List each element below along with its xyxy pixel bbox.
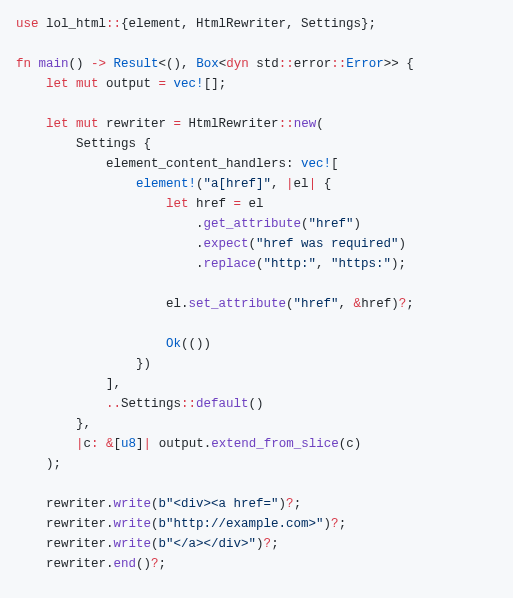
tok: ,: [271, 177, 286, 191]
tok: [69, 117, 77, 131]
tok: (): [249, 397, 264, 411]
tok: b"http://example.com>": [159, 517, 324, 531]
tok: ?: [286, 497, 294, 511]
tok: ..: [106, 397, 121, 411]
tok: mut: [76, 117, 99, 131]
tok: (: [256, 257, 264, 271]
tok: ::: [106, 17, 121, 31]
tok: rewriter.: [16, 537, 114, 551]
tok: HtmlRewriter: [181, 117, 279, 131]
tok: (: [286, 297, 294, 311]
tok: fn: [16, 57, 31, 71]
tok: expect: [204, 237, 249, 251]
tok: Settings {: [16, 137, 151, 151]
tok: [69, 77, 77, 91]
tok: std: [249, 57, 279, 71]
tok: [16, 337, 166, 351]
tok: ;: [271, 537, 279, 551]
tok: [16, 177, 136, 191]
tok: (: [151, 537, 159, 551]
tok: .: [16, 217, 204, 231]
code-block: use lol_html::{element, HtmlRewriter, Se…: [0, 0, 513, 588]
tok: : &: [91, 437, 114, 451]
tok: el.: [16, 297, 189, 311]
tok: Error: [346, 57, 384, 71]
tok: ::: [331, 57, 346, 71]
tok: (): [136, 557, 151, 571]
tok: ,: [339, 297, 354, 311]
tok: ): [399, 237, 407, 251]
tok: =: [234, 197, 242, 211]
tok: write: [114, 517, 152, 531]
tok: ->: [91, 57, 106, 71]
tok: (()): [181, 337, 211, 351]
tok: ]: [136, 437, 144, 451]
tok: [166, 77, 174, 91]
tok: ?: [264, 537, 272, 551]
tok: main: [39, 57, 69, 71]
tok: (c): [339, 437, 362, 451]
tok: output.: [151, 437, 211, 451]
tok: =: [159, 77, 167, 91]
tok: ::: [279, 57, 294, 71]
tok: "href": [309, 217, 354, 231]
tok: mut: [76, 77, 99, 91]
tok: let: [46, 117, 69, 131]
tok: el: [294, 177, 309, 191]
tok: default: [196, 397, 249, 411]
tok: b"</a></div>": [159, 537, 257, 551]
tok: |: [144, 437, 152, 451]
tok: b"<div><a href=": [159, 497, 279, 511]
tok: [];: [204, 77, 227, 91]
tok: ;: [339, 517, 347, 531]
tok: ): [354, 217, 362, 231]
tok: set_attribute: [189, 297, 287, 311]
tok: "href was required": [256, 237, 399, 251]
tok: dyn: [226, 57, 249, 71]
tok: [31, 57, 39, 71]
tok: lol_html: [39, 17, 107, 31]
tok: [106, 57, 114, 71]
tok: "https:": [331, 257, 391, 271]
tok: (: [316, 117, 324, 131]
tok: |: [76, 437, 84, 451]
tok: write: [114, 537, 152, 551]
tok: },: [16, 417, 91, 431]
tok: {element, HtmlRewriter, Settings};: [121, 17, 376, 31]
tok: ],: [16, 377, 121, 391]
tok: element!: [136, 177, 196, 191]
tok: [16, 437, 76, 451]
tok: vec!: [174, 77, 204, 91]
tok: use: [16, 17, 39, 31]
tok: ;: [294, 497, 302, 511]
tok: Ok: [166, 337, 181, 351]
tok: new: [294, 117, 317, 131]
tok: "http:": [264, 257, 317, 271]
tok: {: [316, 177, 331, 191]
tok: error: [294, 57, 332, 71]
tok: (: [151, 497, 159, 511]
tok: ;: [406, 297, 414, 311]
tok: >> {: [384, 57, 414, 71]
tok: ?: [331, 517, 339, 531]
tok: [16, 397, 106, 411]
tok: (: [196, 177, 204, 191]
tok: [16, 197, 166, 211]
tok: element_content_handlers:: [16, 157, 301, 171]
tok: u8: [121, 437, 136, 451]
tok: "a[href]": [204, 177, 272, 191]
tok: =: [174, 117, 182, 131]
tok: rewriter.: [16, 517, 114, 531]
tok: write: [114, 497, 152, 511]
tok: (: [249, 237, 257, 251]
tok: [: [114, 437, 122, 451]
tok: [16, 117, 46, 131]
tok: get_attribute: [204, 217, 302, 231]
tok: output: [99, 77, 159, 91]
tok: Settings: [121, 397, 181, 411]
tok: .: [16, 257, 204, 271]
tok: let: [166, 197, 189, 211]
tok: extend_from_slice: [211, 437, 339, 451]
tok: "href": [294, 297, 339, 311]
tok: }): [16, 357, 151, 371]
